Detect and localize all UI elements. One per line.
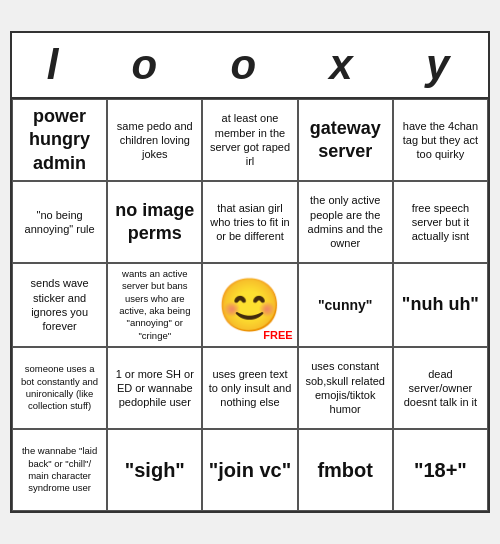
- title-letter-y: y: [426, 41, 453, 89]
- cell-2-4: the only active people are the admins an…: [298, 181, 393, 263]
- free-label: FREE: [263, 328, 292, 342]
- bingo-grid: power hungry admin same pedo and childre…: [12, 97, 488, 511]
- cell-4-1: someone uses a bot constantly and uniron…: [12, 347, 107, 429]
- title-letter-x: x: [329, 41, 356, 89]
- cell-5-5: "18+": [393, 429, 488, 511]
- cell-4-5: dead server/owner doesnt talk in it: [393, 347, 488, 429]
- cell-5-3: "join vc": [202, 429, 297, 511]
- cell-5-2: "sigh": [107, 429, 202, 511]
- cell-2-5: free speech server but it actually isnt: [393, 181, 488, 263]
- cell-1-4: gateway server: [298, 99, 393, 181]
- cell-3-4: "cunny": [298, 263, 393, 347]
- cell-1-3: at least one member in the server got ra…: [202, 99, 297, 181]
- cell-2-3: that asian girl who tries to fit in or b…: [202, 181, 297, 263]
- cell-1-1: power hungry admin: [12, 99, 107, 181]
- cell-3-2: wants an active server but bans users wh…: [107, 263, 202, 347]
- cell-5-1: the wannabe "laid back" or "chill"/ main…: [12, 429, 107, 511]
- title-letter-o2: o: [230, 41, 260, 89]
- free-emoji: 😊: [217, 279, 282, 331]
- cell-1-2: same pedo and children loving jokes: [107, 99, 202, 181]
- cell-4-2: 1 or more SH or ED or wannabe pedophile …: [107, 347, 202, 429]
- bingo-card: l o o x y power hungry admin same pedo a…: [10, 31, 490, 513]
- cell-4-4: uses constant sob,skull related emojis/t…: [298, 347, 393, 429]
- cell-3-5: "nuh uh": [393, 263, 488, 347]
- cell-1-5: have the 4chan tag but they act too quir…: [393, 99, 488, 181]
- cell-2-2: no image perms: [107, 181, 202, 263]
- cell-2-1: "no being annoying" rule: [12, 181, 107, 263]
- cell-3-1: sends wave sticker and ignores you forev…: [12, 263, 107, 347]
- cell-5-4: fmbot: [298, 429, 393, 511]
- cell-4-3: uses green text to only insult and nothi…: [202, 347, 297, 429]
- bingo-title: l o o x y: [12, 33, 488, 97]
- title-letter-l: l: [47, 41, 63, 89]
- title-letter-o1: o: [132, 41, 162, 89]
- cell-3-3-free: 😊 FREE: [202, 263, 297, 347]
